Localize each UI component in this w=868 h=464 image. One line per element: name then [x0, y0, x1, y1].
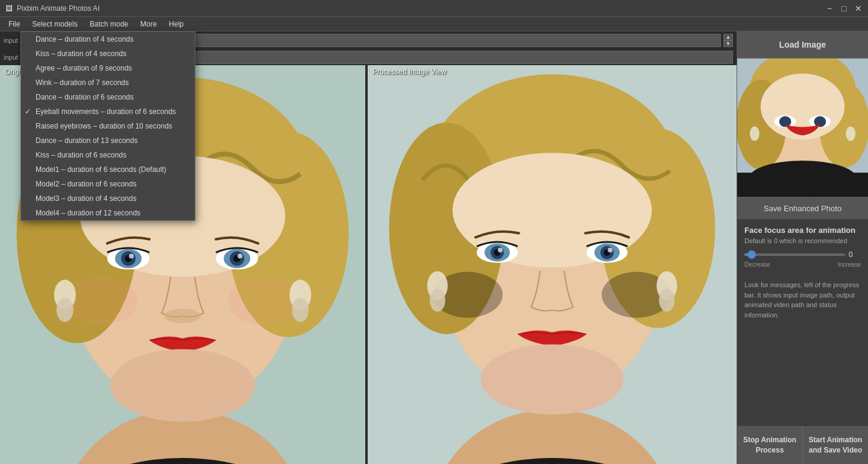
processed-image-label: Processed Image View [373, 68, 447, 76]
dropdown-item-wink-7s[interactable]: Wink – duration of 7 seconds [21, 75, 195, 90]
dropdown-item-model3-4s[interactable]: Model3 – duration of 4 seconds [21, 191, 195, 206]
svg-point-20 [228, 277, 300, 325]
dropdown-item-raised-eyebrows-10s[interactable]: Raised eyebrows – duration of 10 seconds [21, 119, 195, 133]
svg-point-25 [292, 298, 309, 322]
dropdown-item-eyeball-6s[interactable]: Eyeball movements – duration of 6 second… [21, 104, 195, 119]
svg-point-46 [481, 345, 623, 415]
face-focus-subtitle: Default is 0 which is recommended [744, 237, 861, 244]
title-bar: 🖼 Pixbim Animate Photos AI − □ ✕ [0, 0, 868, 17]
thumbnail-svg [737, 59, 868, 197]
info-text: Look for messages, left of the progress … [744, 280, 861, 320]
slider-thumb[interactable] [747, 250, 756, 259]
menu-select-models[interactable]: Select models [26, 19, 83, 30]
slider-increase-label: Increase [838, 261, 861, 268]
slider-track[interactable] [744, 253, 845, 256]
start-button-label: Start Animation and Save Video [809, 436, 863, 454]
dropdown-item-agree-9s[interactable]: Agree – duration of 9 seconds [21, 61, 195, 75]
svg-point-43 [608, 247, 612, 252]
thumbnail-area [737, 59, 868, 197]
scroll-up-button[interactable]: ▲ [723, 34, 733, 40]
svg-point-38 [498, 247, 503, 252]
app-icon: 🖼 [5, 4, 13, 13]
face-focus-slider-container: 0 [744, 250, 861, 259]
close-button[interactable]: ✕ [854, 4, 863, 13]
path-scroll-buttons: ▲ ▼ [723, 34, 733, 47]
svg-point-58 [779, 116, 791, 127]
start-animation-button[interactable]: Start Animation and Save Video [803, 427, 868, 464]
svg-point-62 [749, 160, 857, 197]
slider-decrease-label: Decrease [744, 261, 770, 268]
right-sidebar: Load Image [737, 31, 868, 464]
stop-animation-button[interactable]: Stop Animation Process [737, 427, 803, 464]
original-image-label: Origi [5, 68, 20, 76]
output-label: input [4, 54, 18, 61]
menu-file[interactable]: File [2, 19, 26, 30]
svg-point-12 [129, 253, 134, 258]
save-enhanced-button[interactable]: Save Enhanced Photo [737, 197, 868, 220]
face-focus-section: Face focus area for animation Default is… [737, 220, 868, 426]
dropdown-item-kiss-6s[interactable]: Kiss – duration of 6 seconds [21, 148, 195, 162]
title-bar-text: Pixbim Animate Photos AI [17, 4, 99, 13]
svg-point-19 [65, 277, 137, 325]
dropdown-item-model1-6s[interactable]: Model1 – duration of 6 seconds (Default) [21, 162, 195, 177]
svg-point-63 [750, 127, 760, 141]
slider-labels: Decrease Increase [744, 261, 861, 268]
load-image-button[interactable]: Load Image [737, 31, 868, 59]
dropdown-item-model4-12s[interactable]: Model4 – duration of 12 seconds [21, 206, 195, 220]
menu-help[interactable]: Help [163, 19, 190, 30]
svg-point-23 [57, 298, 74, 322]
face-focus-title: Face focus area for animation [744, 226, 861, 235]
dropdown-item-kiss-4s[interactable]: Kiss – duration of 4 seconds [21, 46, 195, 61]
menu-more[interactable]: More [134, 19, 163, 30]
slider-value: 0 [849, 250, 861, 259]
select-models-dropdown: Dance – duration of 4 seconds Kiss – dur… [20, 31, 195, 221]
dropdown-item-dance-13s[interactable]: Dance – duration of 13 seconds [21, 133, 195, 148]
stop-button-label: Stop Animation Process [743, 436, 796, 454]
scroll-down-button[interactable]: ▼ [723, 40, 733, 47]
svg-point-50 [659, 289, 675, 312]
svg-point-21 [110, 349, 255, 422]
dropdown-item-dance-6s[interactable]: Dance – duration of 6 seconds [21, 90, 195, 104]
processed-image-container: Processed Image View [368, 65, 737, 464]
dropdown-item-model2-6s[interactable]: Model2 – duration of 6 seconds [21, 177, 195, 191]
minimize-button[interactable]: − [825, 4, 834, 13]
svg-point-64 [846, 127, 855, 141]
svg-point-17 [237, 253, 242, 258]
svg-point-60 [814, 116, 826, 127]
svg-point-18 [165, 309, 201, 323]
processed-face-svg [368, 65, 737, 464]
input-label: input [4, 37, 18, 44]
menu-batch-mode[interactable]: Batch mode [84, 19, 134, 30]
svg-point-48 [430, 289, 445, 312]
dropdown-item-dance-4s[interactable]: Dance – duration of 4 seconds [21, 32, 195, 46]
maximize-button[interactable]: □ [839, 4, 849, 13]
menu-bar: File Select models Batch mode More Help [0, 17, 868, 31]
bottom-buttons: Stop Animation Process Start Animation a… [737, 426, 868, 464]
